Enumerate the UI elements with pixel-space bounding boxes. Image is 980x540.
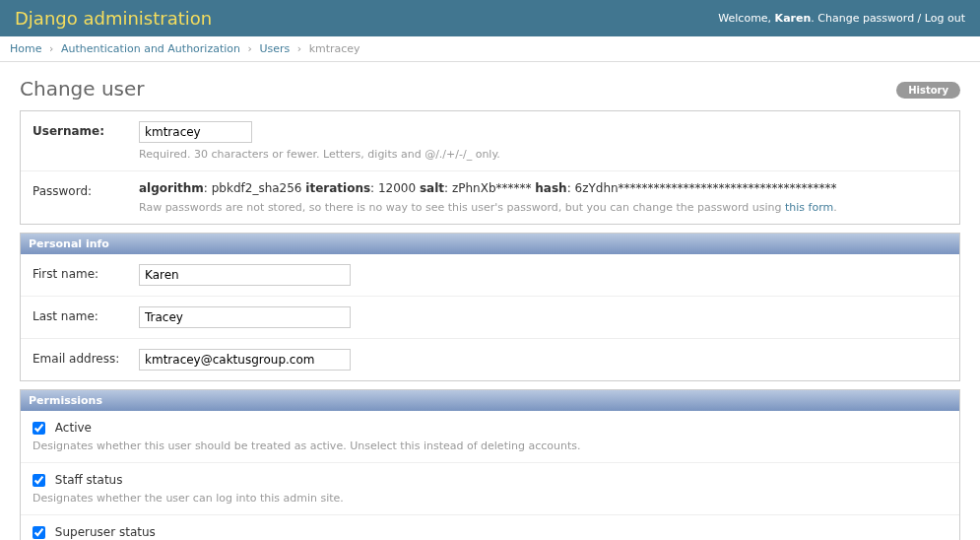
personal-info-fieldset: Personal info First name: Last name: Ema… [20,233,960,381]
staff-help: Designates whether the user can log into… [33,492,947,505]
object-tools: History [896,82,960,99]
breadcrumb: Home › Authentication and Authorization … [0,36,980,62]
email-row: Email address: [21,339,959,380]
site-title: Django administration [15,8,212,29]
superuser-checkbox[interactable] [33,526,45,539]
first-name-row: First name: [21,254,959,297]
breadcrumb-model[interactable]: Users [259,42,290,55]
change-password-link[interactable]: Change password [817,12,914,25]
password-form-link[interactable]: this form [785,201,833,214]
active-checkbox[interactable] [33,422,45,435]
superuser-row: Superuser status Designates that this us… [21,515,959,540]
permissions-fieldset: Permissions Active Designates whether th… [20,389,960,540]
first-name-input[interactable] [139,264,351,286]
last-name-label: Last name: [33,306,131,323]
breadcrumb-object: kmtracey [309,42,360,55]
staff-row: Staff status Designates whether the user… [21,463,959,515]
superuser-label[interactable]: Superuser status [33,525,156,539]
username-input[interactable] [139,121,252,143]
email-label: Email address: [33,349,131,366]
personal-info-heading: Personal info [21,234,959,254]
staff-checkbox[interactable] [33,474,45,487]
header-bar: Django administration Welcome, Karen. Ch… [0,0,980,36]
breadcrumb-home[interactable]: Home [10,42,41,55]
password-display: algorithm: pbkdf2_sha256 iterations: 120… [139,181,947,195]
user-tools: Welcome, Karen. Change password / Log ou… [718,12,965,25]
logout-link[interactable]: Log out [925,12,965,25]
breadcrumb-app[interactable]: Authentication and Authorization [61,42,240,55]
last-name-input[interactable] [139,306,351,328]
main-fieldset: Username: Required. 30 characters or few… [20,110,960,225]
welcome-text: Welcome, [718,12,774,25]
page-title: Change user [20,77,960,101]
permissions-heading: Permissions [21,390,959,411]
username-label: Username: [33,121,131,138]
username-help: Required. 30 characters or fewer. Letter… [139,148,947,161]
active-label[interactable]: Active [33,421,92,435]
last-name-row: Last name: [21,297,959,339]
staff-label[interactable]: Staff status [33,473,122,487]
email-input[interactable] [139,349,351,371]
password-label: Password: [33,181,131,198]
history-button[interactable]: History [896,82,960,99]
first-name-label: First name: [33,264,131,281]
active-row: Active Designates whether this user shou… [21,411,959,463]
password-help: Raw passwords are not stored, so there i… [139,201,947,214]
password-row: Password: algorithm: pbkdf2_sha256 itera… [21,171,959,224]
current-user: Karen [775,12,812,25]
username-row: Username: Required. 30 characters or few… [21,111,959,171]
active-help: Designates whether this user should be t… [33,439,947,452]
